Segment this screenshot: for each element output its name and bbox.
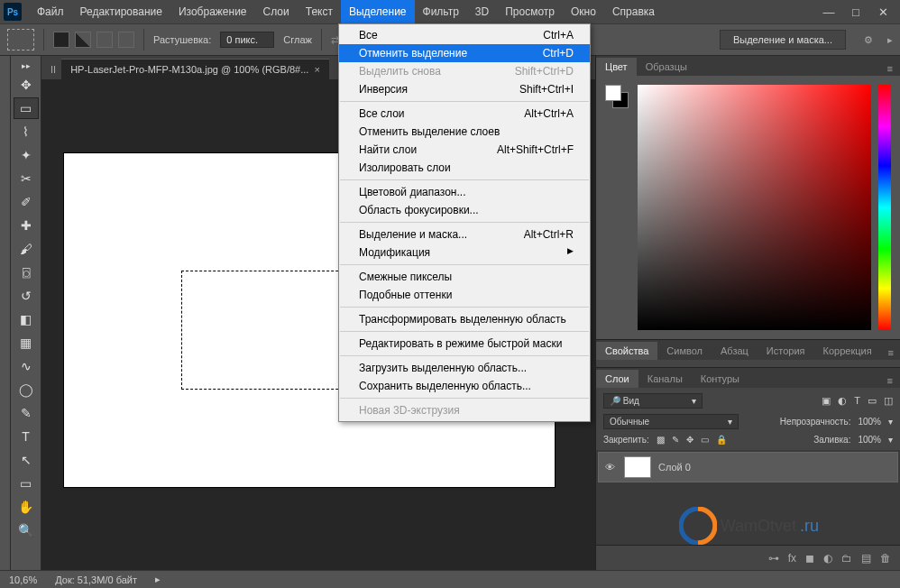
layer-fx-icon[interactable]: fx [788,552,796,565]
hand-tool-icon[interactable]: ✋ [14,496,39,518]
fg-color-swatch[interactable] [605,85,621,101]
lock-pixels-icon[interactable]: ▩ [657,435,665,445]
panel-menu-icon[interactable]: ≡ [881,345,900,360]
opacity-value[interactable]: 100% [858,417,881,427]
new-layer-icon[interactable]: ▤ [861,552,871,565]
menu-item[interactable]: Модификация▶ [339,243,590,262]
visibility-toggle-icon[interactable]: 👁 [602,462,617,473]
status-arrow-icon[interactable]: ▸ [155,574,161,585]
menu-фильтр[interactable]: Фильтр [415,0,467,23]
menu-выделение[interactable]: Выделение [341,0,415,23]
menu-просмотр[interactable]: Просмотр [497,0,563,23]
menu-item[interactable]: Загрузить выделенную область... [339,359,590,377]
layer-thumbnail[interactable] [624,456,651,478]
menu-изображение[interactable]: Изображение [170,0,255,23]
tab-Контуры[interactable]: Контуры [692,370,748,388]
adjustment-layer-icon[interactable]: ◐ [823,552,832,565]
menu-окно[interactable]: Окно [563,0,604,23]
type-tool-icon[interactable]: T [14,426,39,447]
marquee-tool-icon[interactable]: ▭ [14,97,39,119]
lock-brush-icon[interactable]: ✎ [672,435,679,445]
tab-Абзац[interactable]: Абзац [712,342,758,360]
minimize-button[interactable]: — [815,4,842,20]
menu-справка[interactable]: Справка [604,0,663,23]
select-and-mask-button[interactable]: Выделение и маска... [720,30,846,50]
lock-all-icon[interactable]: 🔒 [716,435,727,445]
dodge-tool-icon[interactable]: ◯ [14,379,39,400]
menu-файл[interactable]: Файл [29,0,72,23]
history-tool-icon[interactable]: ↺ [14,285,39,307]
lock-artboard-icon[interactable]: ▭ [701,435,709,445]
tab-Цвет[interactable]: Цвет [596,58,637,76]
menu-слои[interactable]: Слои [255,0,298,23]
panel-menu-icon[interactable]: ≡ [880,61,900,76]
group-icon[interactable]: 🗀 [841,552,852,565]
stamp-tool-icon[interactable]: ⌼ [14,262,39,283]
filter-type-icon[interactable]: T [854,395,860,407]
menu-item[interactable]: Сохранить выделенную область... [339,377,590,395]
panel-menu-icon[interactable]: ≡ [880,373,900,388]
crop-tool-icon[interactable]: ✂ [14,168,39,189]
filter-pixel-icon[interactable]: ▣ [822,395,831,407]
gradient-tool-icon[interactable]: ▦ [14,332,39,354]
layer-name[interactable]: Слой 0 [658,462,691,473]
tab-Слои[interactable]: Слои [596,370,638,388]
fill-value[interactable]: 100% [858,435,881,445]
document-tab[interactable]: HP-LaserJet-Pro-MFP-M130a.jpg @ 100% (RG… [61,59,329,79]
menu-item[interactable]: Область фокусировки... [339,201,590,219]
shape-tool-icon[interactable]: ▭ [14,473,39,494]
menu-item[interactable]: Подобные оттенки [339,286,590,304]
lock-position-icon[interactable]: ✥ [686,435,693,445]
menu-item[interactable]: ВсеCtrl+A [339,26,590,44]
menu-item[interactable]: Изолировать слои [339,159,590,177]
filter-smart-icon[interactable]: ◫ [884,395,893,407]
filter-shape-icon[interactable]: ▭ [868,395,877,407]
move-tool-icon[interactable]: ✥ [14,74,39,96]
layer-filter-dropdown[interactable]: 🔎 Вид▾ [603,393,703,409]
menu-редактирование[interactable]: Редактирование [72,0,170,23]
lasso-tool-icon[interactable]: ⌇ [14,121,39,142]
tab-История[interactable]: История [758,342,814,360]
expand-toolbox-icon[interactable]: ▸▸ [14,60,39,72]
fg-bg-swatch[interactable] [605,85,630,330]
menu-item[interactable]: Выделение и маска...Alt+Ctrl+R [339,225,590,243]
menu-item[interactable]: ИнверсияShift+Ctrl+I [339,80,590,98]
tab-Образцы[interactable]: Образцы [637,58,696,76]
maximize-button[interactable]: □ [842,4,869,20]
menu-item[interactable]: Смежные пикселы [339,268,590,286]
blend-mode-dropdown[interactable]: Обычные▾ [603,414,739,429]
tab-Каналы[interactable]: Каналы [638,370,692,388]
zoom-level[interactable]: 10,6% [9,574,37,585]
menu-item[interactable]: Найти слоиAlt+Shift+Ctrl+F [339,141,590,159]
menu-текст[interactable]: Текст [298,0,341,23]
close-tab-icon[interactable]: × [314,64,319,75]
layer-mask-icon[interactable]: ◼ [805,552,814,565]
color-field[interactable] [638,85,871,330]
eyedrop-tool-icon[interactable]: ✐ [14,191,39,213]
brush-tool-icon[interactable]: 🖌 [14,238,39,260]
filter-adjust-icon[interactable]: ◐ [838,395,847,407]
menu-item[interactable]: Все слоиAlt+Ctrl+A [339,105,590,123]
menu-item[interactable]: Редактировать в режиме быстрой маски [339,335,590,353]
heal-tool-icon[interactable]: ✚ [14,215,39,236]
menu-3d[interactable]: 3D [467,0,497,23]
options-collapse-icon[interactable]: ▸ [887,34,893,46]
eraser-tool-icon[interactable]: ◧ [14,308,39,330]
menu-item[interactable]: Отменить выделение слоев [339,123,590,141]
tab-Свойства[interactable]: Свойства [596,342,657,360]
tool-preset-icon[interactable] [7,29,34,51]
path-tool-icon[interactable]: ↖ [14,449,39,471]
link-layers-icon[interactable]: ⊶ [768,552,779,565]
blur-tool-icon[interactable]: ∿ [14,355,39,377]
zoom-tool-icon[interactable]: 🔍 [14,519,39,541]
layer-item[interactable]: 👁 Слой 0 [598,452,898,482]
wand-tool-icon[interactable]: ✦ [14,144,39,166]
feather-input[interactable] [220,32,274,48]
tab-Символ[interactable]: Символ [657,342,712,360]
tab-Коррекция[interactable]: Коррекция [814,342,881,360]
options-gear-icon[interactable]: ⚙ [864,34,873,46]
menu-item[interactable]: Цветовой диапазон... [339,183,590,201]
delete-layer-icon[interactable]: 🗑 [880,552,891,565]
hue-slider[interactable] [878,85,891,330]
menu-item[interactable]: Трансформировать выделенную область [339,310,590,328]
